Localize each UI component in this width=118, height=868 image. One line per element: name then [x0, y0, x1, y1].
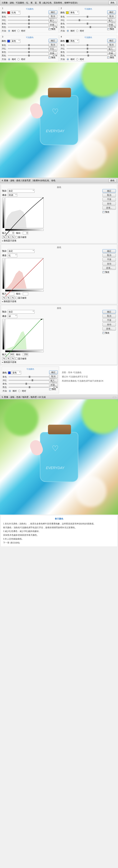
- cyan-slider[interactable]: [8, 16, 48, 17]
- save-button[interactable]: 存储...: [107, 52, 116, 55]
- channel-select[interactable]: 绿: [8, 314, 17, 318]
- preview-checkbox[interactable]: [107, 28, 109, 30]
- selcol-panel-blue: 可选颜色 颜色: 蓝色 确定 取消 载入... 存储... 预览 青色:0% 洋…: [2, 367, 59, 393]
- color-select[interactable]: 蓝色: [11, 371, 21, 374]
- color-select[interactable]: 黑色: [70, 39, 79, 43]
- options-button[interactable]: 选项...: [103, 206, 116, 210]
- ok-button[interactable]: 确定: [103, 189, 116, 193]
- selcol-row-2: 3 可选颜色 颜色: 蓝色 确定 取消 中性... 存储... 预览 青色:0%…: [0, 34, 118, 62]
- show-clipping-checkbox[interactable]: [15, 236, 17, 238]
- selcol-panel-1: 1 可选颜色 颜色: 红色 确定 取消 载入... 存储... 预览 青色:0%…: [1, 6, 59, 33]
- swatch-yellow: [66, 11, 69, 14]
- save-button[interactable]: 存储...: [48, 23, 57, 27]
- magenta-slider[interactable]: [8, 20, 48, 21]
- ok-button[interactable]: 确定: [48, 10, 57, 14]
- summary-title: 春天颜色: [3, 517, 115, 521]
- preset-select[interactable]: 自定: [8, 310, 35, 314]
- curve-graph-rgb[interactable]: [5, 197, 44, 228]
- eyedropper-black[interactable]: ✎: [2, 357, 6, 360]
- channel-select[interactable]: RGB: [8, 193, 17, 196]
- color-select[interactable]: 蓝色: [11, 39, 20, 43]
- save-button[interactable]: 存储...: [107, 23, 116, 27]
- cancel-button[interactable]: 取消: [107, 43, 116, 47]
- channel-select[interactable]: 红: [8, 254, 17, 257]
- step3-header: 3.图像 - 滤镜 - 可选颜色：红、黄、蓝、黑（减少红色、添加青色，使树叶绿意…: [0, 0, 118, 6]
- ok-button[interactable]: 确定: [107, 10, 116, 14]
- swatch-black: [66, 40, 69, 42]
- yellow-slider[interactable]: [8, 23, 48, 24]
- load-button[interactable]: 载入...: [107, 19, 116, 23]
- selcol-panel-4: 4 可选颜色 颜色: 黑色 确定 取消 载入... 存储... 预览 青色:0%…: [60, 35, 117, 62]
- cancel-button[interactable]: 取消: [48, 43, 57, 47]
- preset-select[interactable]: 自定: [8, 189, 35, 193]
- selcol-row-1: 1 可选颜色 颜色: 红色 确定 取消 载入... 存储... 预览 青色:0%…: [0, 6, 118, 34]
- step4-badge[interactable]: 曲线: [109, 179, 116, 183]
- step4-header: 4. 图像 - 滤镜 - 曲线 1直接亮度 . 2曲通补(绿色红色、绿色 曲线: [0, 178, 118, 183]
- svg-line-3: [5, 258, 43, 296]
- step5-header: 5. 图像 - 滤镜 - 色相 / 饱和度 - 饱和度 +10 完成: [0, 395, 118, 399]
- eyedropper-gray[interactable]: ✎: [6, 357, 10, 360]
- load-button[interactable]: 载入...: [107, 47, 116, 51]
- relative-radio[interactable]: [8, 30, 10, 32]
- preview-checkbox[interactable]: [48, 28, 51, 30]
- output-gradient: [2, 197, 4, 228]
- selcol-single-row: 可选颜色 颜色: 蓝色 确定 取消 载入... 存储... 预览 青色:0% 洋…: [1, 366, 117, 394]
- preset-select[interactable]: 自定: [8, 249, 35, 253]
- cancel-button[interactable]: 取消: [103, 193, 116, 197]
- curve-graph-green[interactable]: [5, 319, 44, 349]
- selcol-panel-2: 2 可选颜色 颜色: 黄色 确定 取消 载入... 存储... 预览 青色:0%…: [60, 6, 117, 33]
- step3-title: 3.图像 - 滤镜 - 可选颜色：红、黄、蓝、黑（减少红色、添加青色，使树叶绿意…: [2, 1, 79, 4]
- save-button[interactable]: 存储...: [48, 52, 57, 55]
- curves-panel-green: 曲线 预设:自定 通道:绿 输入:243 输出:255 ✎ ✎ ✎ 显示修剪: [1, 305, 117, 365]
- auto-button[interactable]: 自动: [103, 202, 116, 206]
- color-select[interactable]: 黄色: [70, 11, 79, 14]
- curves-panel-rgb: 曲线 预设:自定 通道:RGB 输入:0 输出:0 ✎ ✎ ✎ 显示修剪: [1, 184, 117, 244]
- eyedropper-gray[interactable]: ✎: [6, 296, 10, 300]
- step5-title: 5. 图像 - 滤镜 - 色相 / 饱和度 - 饱和度 +10 完成: [2, 396, 46, 399]
- preview-checkbox[interactable]: [107, 57, 109, 59]
- ok-button[interactable]: 确定: [107, 39, 116, 42]
- eyedropper-black[interactable]: ✎: [2, 296, 6, 300]
- swatch-red: [7, 11, 10, 14]
- eyedropper-white[interactable]: ✎: [11, 296, 15, 300]
- neutral-button[interactable]: 中性...: [48, 47, 57, 51]
- absolute-radio[interactable]: [17, 30, 19, 32]
- swatch-blue: [7, 40, 10, 42]
- preview-checkbox[interactable]: [48, 57, 51, 59]
- curve-display-toggle[interactable]: 曲线显示选项: [4, 239, 16, 242]
- step3-badge[interactable]: 调色: [109, 1, 116, 5]
- selcol-panel-3: 3 可选颜色 颜色: 蓝色 确定 取消 中性... 存储... 预览 青色:0%…: [1, 35, 59, 62]
- black-slider[interactable]: [8, 27, 48, 28]
- selcol-notes: 原图：简单-可选颜色 通过补-可选颜色调节文字层 再调简直通曲线-可选颜色调节差…: [60, 367, 116, 393]
- step5-badge[interactable]: [113, 397, 116, 398]
- curves-panel-red: 曲线 预设:自定 通道:红 输入: 输出: ✎ ✎ ✎ 显示修剪: [1, 244, 117, 304]
- curve-graph-red[interactable]: [5, 258, 44, 289]
- result-photo-1: ♡EVERYDAY: [0, 62, 118, 178]
- load-button[interactable]: 载入...: [48, 19, 57, 23]
- cancel-button[interactable]: 取消: [107, 14, 116, 18]
- preview-checkbox[interactable]: [103, 211, 105, 213]
- eyedropper-black[interactable]: ✎: [2, 236, 6, 239]
- eyedropper-white[interactable]: ✎: [11, 236, 15, 239]
- step4-title: 4. 图像 - 滤镜 - 曲线 1直接亮度 . 2曲通补(绿色红色、绿色: [2, 179, 55, 182]
- color-select[interactable]: 红色: [11, 11, 20, 14]
- summary-notes: 春天颜色 1.首先补充调色（顶焦色），使原先金黄色树叶直得通透艳嫩，这样图直就更…: [1, 516, 117, 546]
- ok-button[interactable]: 确定: [48, 39, 57, 42]
- swatch-blue: [8, 371, 11, 374]
- cancel-button[interactable]: 取消: [48, 14, 57, 18]
- eyedropper-white[interactable]: ✎: [11, 357, 15, 360]
- result-photo-2: ♡EVERYDAY: [0, 399, 118, 515]
- smooth-button[interactable]: 平滑: [103, 197, 116, 201]
- eyedropper-gray[interactable]: ✎: [6, 236, 10, 239]
